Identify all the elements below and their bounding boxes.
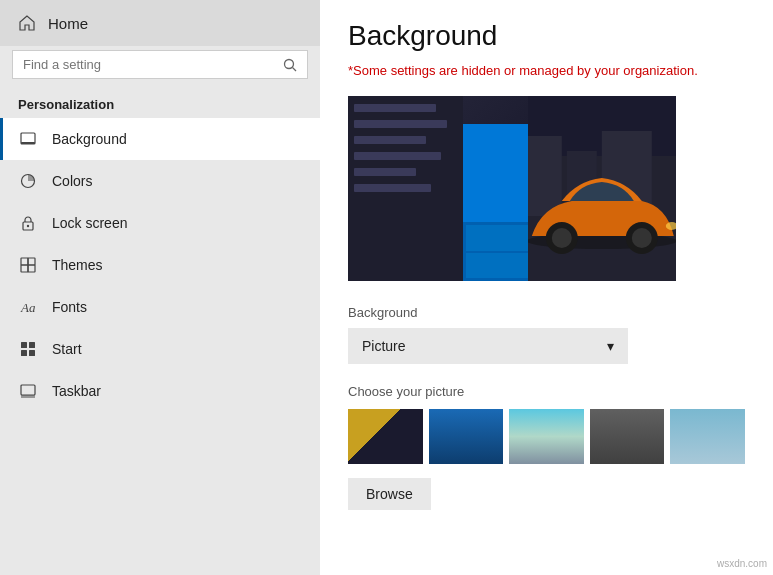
fonts-icon: Aa [18,297,38,317]
thumb-3[interactable] [509,409,584,464]
search-input[interactable] [23,57,283,72]
svg-point-6 [27,225,29,227]
svg-rect-9 [21,265,28,272]
svg-rect-7 [21,258,28,265]
svg-rect-13 [29,342,35,348]
sidebar-label-lock-screen: Lock screen [52,215,127,231]
thumb-5[interactable] [670,409,745,464]
svg-point-27 [632,228,652,248]
org-notice: *Some settings are hidden or managed by … [348,62,745,80]
svg-line-1 [293,67,297,71]
svg-rect-8 [28,258,35,265]
preview-desktop-bg: Aa [348,96,676,281]
browse-button[interactable]: Browse [348,478,431,510]
watermark: wsxdn.com [717,558,767,569]
dropdown-value: Picture [362,338,406,354]
svg-point-0 [285,59,294,68]
sidebar-label-start: Start [52,341,82,357]
sidebar-item-home[interactable]: Home [0,0,320,46]
thumb-4[interactable] [590,409,665,464]
thumb-2[interactable] [429,409,504,464]
main-content: Background *Some settings are hidden or … [320,0,773,575]
choose-label: Choose your picture [348,384,745,399]
sidebar-item-taskbar[interactable]: Taskbar [0,370,320,412]
svg-text:Aa: Aa [20,300,36,315]
sidebar-label-taskbar: Taskbar [52,383,101,399]
desktop-preview: Aa [348,96,676,281]
sidebar-label-themes: Themes [52,257,103,273]
svg-rect-15 [29,350,35,356]
lock-icon [18,213,38,233]
section-title: Personalization [0,87,320,118]
preview-car-area [528,96,676,281]
sidebar-item-colors[interactable]: Colors [0,160,320,202]
tile-1 [466,225,535,251]
sidebar-label-fonts: Fonts [52,299,87,315]
colors-icon [18,171,38,191]
svg-rect-17 [21,395,35,398]
sidebar-item-start[interactable]: Start [0,328,320,370]
svg-rect-12 [21,342,27,348]
home-label: Home [48,15,88,32]
background-dropdown[interactable]: Picture ▾ [348,328,628,364]
themes-icon [18,255,38,275]
svg-rect-14 [21,350,27,356]
svg-rect-3 [21,142,35,144]
sidebar-label-colors: Colors [52,173,92,189]
background-icon [18,129,38,149]
sidebar-item-background[interactable]: Background [0,118,320,160]
home-icon [18,14,36,32]
sidebar-label-background: Background [52,131,127,147]
thumb-1[interactable] [348,409,423,464]
sidebar-item-lock-screen[interactable]: Lock screen [0,202,320,244]
background-section-label: Background [348,305,745,320]
sidebar: Home Personalization Background [0,0,320,575]
sidebar-item-themes[interactable]: Themes [0,244,320,286]
taskbar-icon [18,381,38,401]
search-icon [283,58,297,72]
svg-rect-10 [28,265,35,272]
page-title: Background [348,20,745,52]
search-box[interactable] [12,50,308,79]
svg-point-25 [552,228,572,248]
svg-rect-16 [21,385,35,395]
svg-rect-20 [528,136,562,216]
chevron-down-icon: ▾ [607,338,614,354]
picture-grid [348,409,745,464]
preview-sidebar [348,96,463,281]
sidebar-item-fonts[interactable]: Aa Fonts [0,286,320,328]
background-dropdown-wrapper: Background Picture ▾ [348,305,745,364]
tile-4 [466,253,535,279]
start-icon [18,339,38,359]
